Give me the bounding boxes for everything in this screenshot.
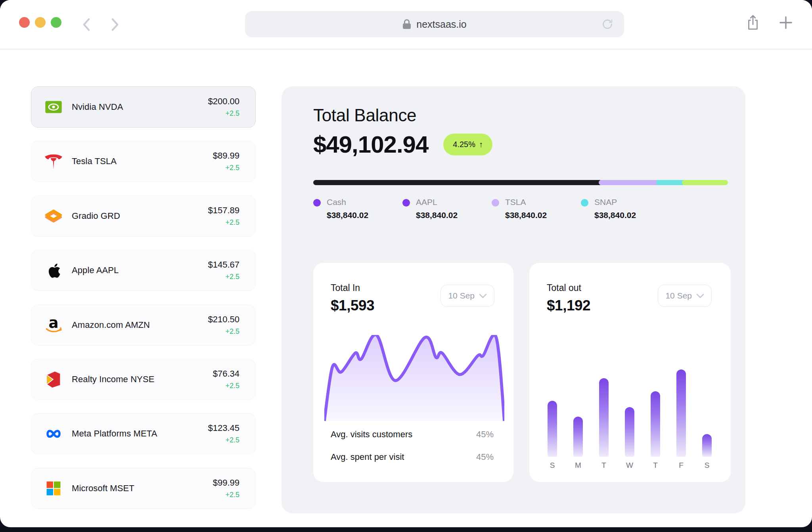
meta-logo-icon [44,424,63,443]
watchlist-item[interactable]: Nvidia NVDA$200.00+2.5 [31,86,256,128]
stock-quote: $145.67+2.5 [208,260,239,281]
legend-dot-icon [581,199,588,207]
chevron-left-icon [80,17,92,33]
chevron-down-icon [696,293,704,299]
balance-change-badge: 4.25% ↑ [443,134,492,155]
stat-label: Avg. spent per visit [331,452,404,462]
watchlist-item[interactable]: Microsoft MSET$99.99+2.5 [31,468,256,509]
realty-income-logo-icon [44,370,63,389]
zoom-window-button[interactable] [51,17,61,28]
balance-panel: Total Balance $49,102.94 4.25% ↑ Cash$38… [282,86,745,513]
address-bar[interactable]: nextsaas.io [245,11,624,37]
stock-name: Realty Income NYSE [72,374,154,385]
stock-name: Amazon.com AMZN [72,320,150,330]
watchlist-item[interactable]: Realty Income NYSE$76.34+2.5 [31,359,256,400]
legend-item-tsla: TSLA$38,840.02 [492,197,581,220]
balance-amount: $49,102.94 [313,131,428,158]
bar-f-5 [676,369,686,457]
stat-value: 45% [476,452,494,462]
legend-text: Cash$38,840.02 [327,197,368,220]
watchlist-item[interactable]: Meta Platforms META$123.45+2.5 [31,413,256,454]
stock-quote: $99.99+2.5 [213,478,239,499]
total-in-period-dropdown[interactable]: 10 Sep [440,285,494,307]
legend-text: SNAP$38,840.02 [594,197,636,220]
legend-item-aapl: AAPL$38,840.02 [402,197,492,220]
period-value: 10 Sep [665,291,692,300]
total-out-period-dropdown[interactable]: 10 Sep [658,285,712,307]
legend-label: TSLA [505,197,547,207]
chevron-down-icon [479,293,487,299]
arrow-up-icon: ↑ [479,140,483,149]
bar-s-6 [702,434,712,457]
stock-price: $99.99 [213,478,239,488]
bar-t-2 [599,378,609,457]
apple-logo-icon [44,261,63,280]
back-button[interactable] [79,16,94,33]
total-out-title: Total out [547,283,590,293]
nvidia-logo-icon [44,98,63,117]
legend-label: AAPL [416,197,458,207]
traffic-lights [19,17,61,28]
weekday-label: W [625,461,634,470]
stock-quote: $157.89+2.5 [208,205,239,227]
total-out-header: Total out $1,192 [547,283,590,314]
watchlist-item[interactable]: aAmazon.com AMZN$210.50+2.5 [31,304,256,346]
weekday-label: S [548,461,557,470]
legend-value: $38,840.02 [594,211,636,220]
allocation-segment-cash [313,180,602,185]
stat-row: Avg. visits customers 45% [331,429,494,440]
stock-price: $123.45 [208,423,239,433]
weekday-label: S [702,461,712,470]
close-window-button[interactable] [19,17,30,28]
weekday-label: M [573,461,583,470]
allocation-segment-aapl [599,180,659,185]
url-text: nextsaas.io [416,19,466,30]
new-tab-button[interactable] [779,15,793,31]
total-in-stats: Avg. visits customers 45% Avg. spent per… [331,429,494,475]
bar-m-1 [573,417,583,457]
tesla-logo-icon [44,152,63,171]
legend-text: TSLA$38,840.02 [505,197,547,220]
period-value: 10 Sep [448,291,475,300]
stock-change: +2.5 [213,164,239,172]
forward-button[interactable] [107,16,123,33]
reload-icon [601,18,614,31]
legend-label: Cash [327,197,368,207]
watchlist-item[interactable]: Gradio GRD$157.89+2.5 [31,195,256,237]
stock-change: +2.5 [208,109,239,118]
stock-price: $76.34 [213,369,239,379]
bar-w-3 [625,407,634,457]
stock-change: +2.5 [208,436,239,444]
stock-name: Gradio GRD [72,211,120,221]
total-in-title: Total In [331,283,374,293]
total-in-card: Total In $1,593 10 Sep Avg. vi [313,263,513,482]
legend-item-snap: SNAP$38,840.02 [581,197,670,220]
area-chart-fill [324,335,504,421]
stock-name: Microsoft MSET [72,483,134,494]
weekday-labels: SMTWTFS [548,461,712,470]
allocation-legend: Cash$38,840.02AAPL$38,840.02TSLA$38,840.… [313,197,670,220]
stock-quote: $210.50+2.5 [208,314,239,336]
browser-window: nextsaas.io Nvidia NVDA$2 [0,0,812,527]
browser-toolbar: nextsaas.io [0,0,812,50]
weekday-label: T [599,461,609,470]
legend-value: $38,840.02 [505,211,547,220]
stock-price: $157.89 [208,205,239,216]
allocation-segment-snap [682,180,728,185]
total-in-header: Total In $1,593 [331,283,374,314]
weekday-label: T [651,461,660,470]
total-out-bar-chart [548,369,712,457]
watchlist-item[interactable]: Apple AAPL$145.67+2.5 [31,250,256,291]
stock-quote: $76.34+2.5 [213,369,239,390]
share-button[interactable] [746,14,760,33]
lock-icon [402,19,411,30]
legend-text: AAPL$38,840.02 [416,197,458,220]
legend-value: $38,840.02 [416,211,458,220]
page-title: Total Balance [313,105,416,125]
stock-name: Meta Platforms META [72,429,157,439]
minimize-window-button[interactable] [35,17,46,28]
watchlist-item[interactable]: Tesla TSLA$89.99+2.5 [31,141,256,182]
stat-row: Avg. spent per visit 45% [331,452,494,462]
reload-button[interactable] [601,18,614,33]
nav-buttons [79,16,123,33]
